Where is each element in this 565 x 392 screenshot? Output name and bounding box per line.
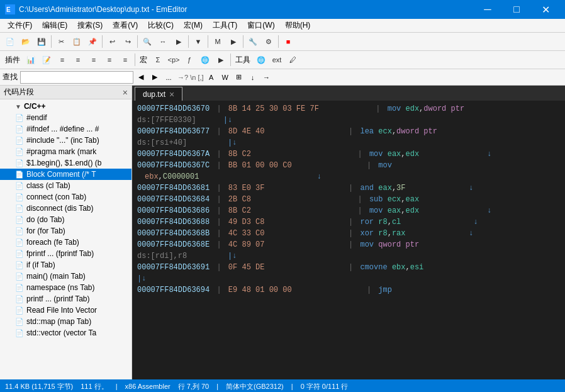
run-macro-button[interactable]: ▶ (226, 34, 241, 49)
tree-item-begin[interactable]: $1.begin(), $1.end() (b (0, 157, 131, 169)
maximize-button[interactable]: □ (502, 0, 531, 19)
snippet-icon-main (15, 272, 24, 281)
search-options-btn[interactable]: ... (162, 71, 175, 84)
menu-macro[interactable]: 宏(M) (179, 19, 208, 33)
menu-view[interactable]: 查看(V) (108, 19, 143, 33)
tree-item-endif[interactable]: #endif (0, 112, 131, 123)
arrow-9: ↓ (487, 205, 491, 216)
sidebar-close-button[interactable]: × (123, 88, 128, 97)
menu-window[interactable]: 窗口(W) (242, 19, 279, 33)
replace-button[interactable]: ↔ (155, 34, 171, 49)
code-line-13: ds:[rdi],r8 |↓ (132, 250, 565, 262)
tree-item-main[interactable]: main() (main Tab) (0, 271, 131, 282)
search-input[interactable] (20, 71, 133, 84)
macro-run-btn[interactable]: Σ (150, 52, 165, 67)
tree-item-connect[interactable]: connect (con Tab) (0, 191, 131, 203)
hex-12: 4C 89 07 (228, 239, 265, 250)
tree-item-pragma[interactable]: #pragma mark (mark (0, 146, 131, 157)
tree-item-printf[interactable]: printf ... (printf Tab) (0, 293, 131, 305)
web-btn2[interactable]: 🌐 (254, 52, 269, 67)
menu-tools[interactable]: 工具(T) (208, 19, 242, 33)
tree-item-do[interactable]: do (do Tab) (0, 214, 131, 225)
filter-button[interactable]: ▼ (191, 34, 206, 49)
tree-item-namespace[interactable]: namespace (ns Tab) (0, 282, 131, 293)
tab-close-icon[interactable]: × (169, 89, 174, 99)
plugin-btn-3[interactable]: ≡ (55, 52, 70, 67)
plugin-btn-2[interactable]: 📝 (39, 52, 54, 67)
tree-item-fprintf[interactable]: fprintf ... (fprintf Tab) (0, 248, 131, 259)
search-next-btn[interactable]: ▶ (148, 71, 161, 84)
sidebar-tree[interactable]: ▼ C/C++ #endif #ifndef ... #define ... # (0, 99, 131, 379)
external-btn[interactable]: ext (269, 52, 284, 67)
code-editor[interactable]: 00007FF84DD63670 | 8B 14 25 30 03 FE 7F … (132, 101, 565, 379)
tree-item-for[interactable]: for (for Tab) (0, 225, 131, 237)
tab-dup-txt[interactable]: dup.txt × (135, 87, 182, 101)
run-btn2[interactable]: ▶ (213, 52, 228, 67)
imm-7: 3F (396, 182, 405, 194)
plugin-btn-4[interactable]: ≡ (70, 52, 86, 67)
indent-1c (5, 135, 15, 146)
search-ext-btn[interactable]: ↓ (247, 71, 259, 84)
search-arrow-btn[interactable]: → (260, 71, 273, 84)
tree-group-cpp[interactable]: ▼ C/C++ (0, 101, 131, 112)
cont-ebx: ebx (145, 171, 159, 182)
plugin-btn-5[interactable]: ≡ (86, 52, 101, 67)
paste-button[interactable]: 📌 (85, 34, 100, 49)
copy-button[interactable]: 📋 (69, 34, 84, 49)
tree-item-foreach[interactable]: foreach (fe Tab) (0, 237, 131, 248)
snippet-icon-begin (15, 159, 24, 167)
addr-3: 00007FF84DD63677 (137, 126, 210, 137)
plugin-btn-7[interactable]: ≡ (118, 52, 133, 67)
macro-button[interactable]: M (210, 34, 225, 49)
search-prev-btn[interactable]: ◀ (135, 71, 147, 84)
menu-edit[interactable]: 编辑(E) (37, 19, 72, 33)
code-btn[interactable]: <p> (166, 52, 181, 67)
plugin-btn-1[interactable]: 📊 (23, 52, 38, 67)
hex-10: 49 D3 C8 (228, 216, 265, 228)
save-button[interactable]: 💾 (34, 34, 49, 49)
code-line-10: 00007FF84DD63688 | 49 D3 C8 | ror r8 , c… (132, 216, 565, 228)
plugin-btn-6[interactable]: ≡ (102, 52, 117, 67)
addr-11: 00007FF84DD6368B (137, 228, 210, 239)
tree-item-stdvector[interactable]: std::vector (vector Ta (0, 327, 131, 339)
tool2-button[interactable]: ⚙ (261, 34, 276, 49)
open-button[interactable]: 📂 (18, 34, 33, 49)
find-button[interactable]: 🔍 (140, 34, 155, 49)
tree-item-disconnect[interactable]: disconnect (dis Tab) (0, 203, 131, 214)
tree-item-stdmap[interactable]: std::map (map Tab) (0, 316, 131, 327)
tree-item-blockcomment[interactable]: Block Comment (/* T (0, 169, 131, 180)
menu-file[interactable]: 文件(F) (3, 19, 37, 33)
minimize-button[interactable]: ─ (473, 0, 502, 19)
func-btn[interactable]: ƒ (182, 52, 197, 67)
redo-button[interactable]: ↪ (120, 34, 135, 49)
findnext-button[interactable]: ▶ (171, 34, 186, 49)
stop-button[interactable]: ■ (281, 34, 296, 49)
web-btn[interactable]: 🌐 (198, 52, 213, 67)
tree-item-ifndef[interactable]: #ifndef ... #define ... # (0, 123, 131, 135)
tree-item-if[interactable]: if (if Tab) (0, 259, 131, 271)
tree-item-class[interactable]: class (cl Tab) (0, 180, 131, 191)
menu-compare[interactable]: 比较(C) (143, 19, 179, 33)
icon-btn[interactable]: 🖊 (285, 52, 300, 67)
menu-search[interactable]: 搜索(S) (72, 19, 108, 33)
tool1-button[interactable]: 🔧 (245, 34, 260, 49)
tree-item-readfile[interactable]: Read File Into Vector (0, 305, 131, 316)
close-button[interactable]: ✕ (531, 0, 560, 19)
new-button[interactable]: 📄 (3, 34, 18, 49)
menu-help[interactable]: 帮助(H) (280, 19, 316, 33)
indent-1s (5, 316, 15, 327)
snippet-label-for: for (for Tab) (26, 227, 65, 235)
kw-dword-1: dword ptr (423, 103, 464, 115)
mnem-sub-8: sub (369, 194, 388, 205)
search-fmt-btn[interactable]: ⊞ (233, 71, 245, 84)
cut-button[interactable]: ✂ (53, 34, 69, 49)
code-line-7: 00007FF84DD63681 | 83 E0 3F | and eax , … (132, 182, 565, 194)
search-aa-btn[interactable]: A (205, 71, 218, 84)
tree-item-include[interactable]: #include "..." (inc Tab) (0, 135, 131, 146)
mnem-mov-5: mov (369, 148, 388, 160)
reg-eax-5: eax (388, 148, 401, 160)
undo-button[interactable]: ↩ (104, 34, 120, 49)
status-encoding: x86 Assembler (125, 383, 171, 390)
addr-10: 00007FF84DD63688 (137, 216, 210, 228)
search-w-btn[interactable]: W (219, 71, 232, 84)
